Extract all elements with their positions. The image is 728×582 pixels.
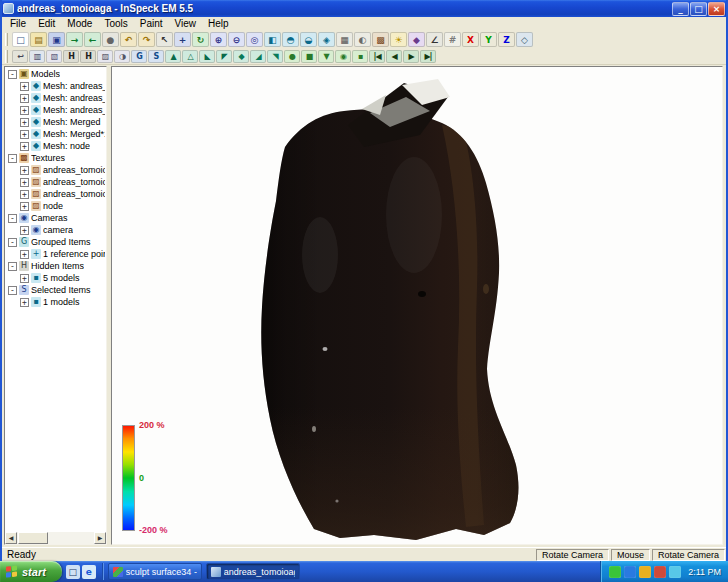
tree-item[interactable]: + ◆ Mesh: Merged*1 <box>6 128 105 140</box>
next-frame-icon[interactable]: ▶ <box>403 50 419 63</box>
top-view-icon[interactable]: ◓ <box>282 32 299 47</box>
new-file-icon[interactable]: □ <box>12 32 29 47</box>
tree-expander[interactable]: + <box>20 298 29 307</box>
prev-frame-icon[interactable]: ◀ <box>386 50 402 63</box>
tree-item[interactable]: + ◉ camera <box>6 224 105 236</box>
save-icon[interactable]: ▣ <box>48 32 65 47</box>
side-view-icon[interactable]: ◒ <box>300 32 317 47</box>
calibrate-icon[interactable]: ▥ <box>29 50 45 63</box>
mesh-fill-icon[interactable]: ◣ <box>199 50 215 63</box>
tree-expander[interactable]: + <box>20 226 29 235</box>
filter-icon[interactable]: ▨ <box>97 50 113 63</box>
model-export-icon[interactable]: ▪ <box>352 50 368 63</box>
scrollbar-thumb[interactable] <box>18 532 48 544</box>
alert-icon[interactable] <box>654 566 666 578</box>
tree-expander[interactable]: - <box>8 262 17 271</box>
pan-icon[interactable]: + <box>174 32 191 47</box>
tree-expander[interactable]: - <box>8 70 17 79</box>
status-panel[interactable]: Rotate Camera <box>652 549 725 561</box>
menu-item[interactable]: Mode <box>61 17 98 30</box>
tree-item[interactable]: + ▨ node <box>6 200 105 212</box>
tree-expander[interactable]: + <box>20 178 29 187</box>
tree-expander[interactable]: + <box>20 82 29 91</box>
mesh-build-icon[interactable]: ▲ <box>165 50 181 63</box>
x-axis-icon[interactable]: X <box>462 32 479 47</box>
tree-expander[interactable]: + <box>20 166 29 175</box>
show-desktop-icon[interactable]: □ <box>66 565 80 579</box>
surface-icon[interactable]: S <box>148 50 164 63</box>
tree-item[interactable]: + ◆ Mesh: andreas_tomoi <box>6 80 105 92</box>
minimize-button[interactable]: _ <box>672 2 689 16</box>
highpass-2-icon[interactable]: H <box>80 50 96 63</box>
texture-map-icon[interactable]: ■ <box>301 50 317 63</box>
toolbar-grip[interactable] <box>5 33 8 46</box>
texture-blend-icon[interactable]: ● <box>284 50 300 63</box>
tree-expander[interactable]: + <box>20 118 29 127</box>
update-icon[interactable] <box>639 566 651 578</box>
menu-item[interactable]: Edit <box>32 17 61 30</box>
volume-icon[interactable] <box>669 566 681 578</box>
redo-icon[interactable]: ↷ <box>138 32 155 47</box>
menu-item[interactable]: Help <box>202 17 235 30</box>
tree-expander[interactable]: + <box>20 106 29 115</box>
tree-expander[interactable]: + <box>20 190 29 199</box>
tree-expander[interactable]: + <box>20 250 29 259</box>
measure-icon[interactable]: ∠ <box>426 32 443 47</box>
fit-view-icon[interactable]: ◎ <box>246 32 263 47</box>
tree-item[interactable]: + ◆ Mesh: andreas_tomoi <box>6 92 105 104</box>
tree-item[interactable]: + ◆ Mesh: node <box>6 140 105 152</box>
z-axis-icon[interactable]: Z <box>498 32 515 47</box>
network-icon[interactable] <box>624 566 636 578</box>
zoom-in-icon[interactable]: ⊕ <box>210 32 227 47</box>
first-frame-icon[interactable]: |◀ <box>369 50 385 63</box>
tree-item[interactable]: - ▩ Textures <box>6 152 105 164</box>
tree-item[interactable]: + ▨ andreas_tomoioaga_1 <box>6 176 105 188</box>
internet-explorer-icon[interactable]: e <box>82 565 96 579</box>
menu-item[interactable]: Tools <box>98 17 133 30</box>
status-panel[interactable]: Rotate Camera <box>536 549 609 561</box>
tree-item[interactable]: - ◉ Cameras <box>6 212 105 224</box>
wireframe-icon[interactable]: ▦ <box>336 32 353 47</box>
menu-item[interactable]: View <box>169 17 203 30</box>
model-compare-icon[interactable]: ▼ <box>318 50 334 63</box>
front-view-icon[interactable]: ◧ <box>264 32 281 47</box>
taskbar-task-paint[interactable]: sculpt surface34 - Paint <box>108 563 202 580</box>
start-button[interactable]: start <box>0 561 62 582</box>
taskbar-task-inspeck[interactable]: andreas_tomoioaga -... <box>206 563 300 580</box>
material-icon[interactable]: ◆ <box>408 32 425 47</box>
mesh-align-icon[interactable]: ◢ <box>250 50 266 63</box>
rotate-view-icon[interactable]: ↻ <box>192 32 209 47</box>
maximize-button[interactable]: □ <box>690 2 707 16</box>
last-frame-icon[interactable]: ▶| <box>420 50 436 63</box>
tree-expander[interactable]: + <box>20 142 29 151</box>
menu-item[interactable]: Paint <box>134 17 169 30</box>
undo-icon[interactable]: ↶ <box>120 32 137 47</box>
history-back-icon[interactable]: ↩ <box>12 50 28 63</box>
grid-icon[interactable]: # <box>444 32 461 47</box>
tree-item[interactable]: - ▣ Models <box>6 68 105 80</box>
tree-expander[interactable]: - <box>8 238 17 247</box>
tree-expander[interactable]: - <box>8 154 17 163</box>
torso-model[interactable] <box>112 67 722 544</box>
close-button[interactable]: × <box>708 2 725 16</box>
status-panel[interactable]: Mouse <box>611 549 650 561</box>
tree-item[interactable]: - H Hidden Items <box>6 260 105 272</box>
tree-item[interactable]: - G Grouped Items <box>6 236 105 248</box>
tree-item[interactable]: - S Selected Items <box>6 284 105 296</box>
highpass-1-icon[interactable]: H <box>63 50 79 63</box>
mesh-reduce-icon[interactable]: △ <box>182 50 198 63</box>
zoom-out-icon[interactable]: ⊖ <box>228 32 245 47</box>
open-folder-icon[interactable]: ▤ <box>30 32 47 47</box>
tree-item[interactable]: + ▨ andreas_tomoioaga_0 <box>6 164 105 176</box>
tree-item[interactable]: + ▪ 1 models <box>6 296 105 308</box>
tree-expander[interactable]: + <box>20 94 29 103</box>
scroll-left-icon[interactable]: ◀ <box>5 532 17 544</box>
clock[interactable]: 2:11 PM <box>684 567 721 577</box>
mesh-sew-icon[interactable]: ◥ <box>267 50 283 63</box>
perspective-view-icon[interactable]: ◈ <box>318 32 335 47</box>
textured-icon[interactable]: ▩ <box>372 32 389 47</box>
shaded-icon[interactable]: ◐ <box>354 32 371 47</box>
model-clean-icon[interactable]: ◉ <box>335 50 351 63</box>
toolbar-grip[interactable] <box>5 50 8 63</box>
export-icon[interactable]: ← <box>84 32 101 47</box>
